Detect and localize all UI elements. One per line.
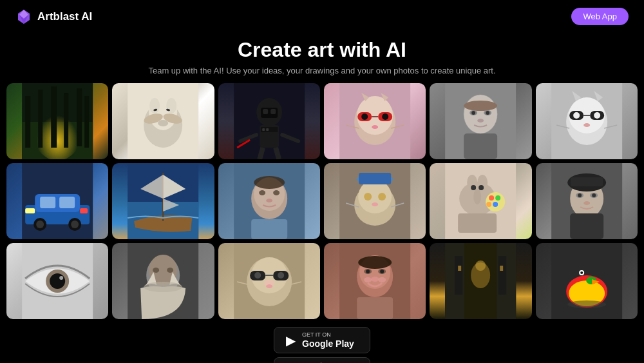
svg-point-94 xyxy=(259,190,265,195)
svg-rect-178 xyxy=(458,266,461,271)
svg-point-188 xyxy=(567,300,606,308)
svg-point-116 xyxy=(473,189,481,204)
gallery-item[interactable] xyxy=(218,243,320,319)
svg-point-59 xyxy=(477,119,484,123)
gallery-item[interactable] xyxy=(430,83,531,159)
svg-point-142 xyxy=(153,268,159,273)
svg-point-164 xyxy=(380,270,384,273)
google-play-icon: ▶ xyxy=(286,333,296,348)
svg-point-180 xyxy=(475,260,486,271)
svg-point-187 xyxy=(580,271,583,274)
svg-point-152 xyxy=(254,272,261,279)
svg-point-131 xyxy=(592,193,596,197)
svg-rect-98 xyxy=(251,219,287,239)
svg-rect-10 xyxy=(77,88,82,146)
svg-point-132 xyxy=(583,201,590,205)
gallery-item[interactable] xyxy=(6,163,108,239)
gallery-item[interactable] xyxy=(324,163,426,239)
svg-rect-105 xyxy=(359,173,391,184)
svg-point-101 xyxy=(358,180,392,213)
google-play-label: Google Play xyxy=(302,338,354,349)
logo-area: Artblast AI xyxy=(15,8,92,25)
svg-rect-31 xyxy=(262,128,265,131)
svg-point-71 xyxy=(583,123,590,127)
svg-rect-78 xyxy=(59,197,75,208)
svg-rect-77 xyxy=(40,197,55,208)
svg-rect-176 xyxy=(455,256,462,295)
svg-point-130 xyxy=(578,193,582,197)
svg-rect-28 xyxy=(270,109,276,114)
svg-point-165 xyxy=(371,277,379,282)
gallery-item[interactable] xyxy=(218,163,320,239)
svg-point-153 xyxy=(278,272,284,279)
svg-point-122 xyxy=(495,195,500,201)
svg-rect-83 xyxy=(25,208,35,213)
svg-point-124 xyxy=(486,202,491,207)
svg-point-16 xyxy=(166,98,176,113)
svg-point-106 xyxy=(364,193,372,201)
gallery-item[interactable] xyxy=(112,243,214,319)
svg-point-137 xyxy=(50,273,65,289)
gallery-item[interactable] xyxy=(324,83,426,159)
svg-point-138 xyxy=(59,276,63,280)
svg-point-69 xyxy=(573,112,580,119)
google-play-button[interactable]: ▶ GET IT ON Google Play xyxy=(274,327,370,353)
svg-point-48 xyxy=(372,125,378,129)
svg-point-97 xyxy=(254,176,285,189)
svg-line-36 xyxy=(276,148,279,159)
svg-rect-7 xyxy=(38,90,43,148)
svg-point-107 xyxy=(378,193,386,201)
svg-rect-127 xyxy=(570,213,603,239)
svg-point-96 xyxy=(266,199,272,202)
svg-point-57 xyxy=(471,111,475,115)
gallery-item[interactable] xyxy=(536,163,638,239)
svg-point-145 xyxy=(144,282,182,292)
svg-point-143 xyxy=(167,268,173,273)
svg-point-168 xyxy=(358,256,392,269)
svg-point-95 xyxy=(273,190,279,195)
svg-rect-11 xyxy=(84,96,89,148)
gallery-grid xyxy=(0,83,644,319)
gallery-item[interactable] xyxy=(536,243,638,319)
gallery-item[interactable] xyxy=(6,83,108,159)
svg-point-47 xyxy=(382,113,388,120)
svg-rect-8 xyxy=(51,86,57,148)
svg-point-60 xyxy=(464,101,497,111)
svg-point-58 xyxy=(486,111,489,115)
gallery-item[interactable] xyxy=(112,83,214,159)
svg-point-70 xyxy=(594,112,600,119)
logo-text: Artblast AI xyxy=(37,10,92,23)
svg-point-82 xyxy=(71,221,79,228)
svg-point-80 xyxy=(36,221,44,228)
svg-point-118 xyxy=(478,185,484,190)
svg-point-155 xyxy=(266,284,272,288)
web-browser-button[interactable]: 🌐 Use it on your Web Browser xyxy=(274,357,370,363)
gallery-item[interactable] xyxy=(430,243,531,319)
svg-point-121 xyxy=(489,195,494,201)
svg-rect-134 xyxy=(571,177,603,186)
google-play-sublabel: GET IT ON xyxy=(302,331,354,338)
svg-point-163 xyxy=(366,270,370,273)
svg-point-108 xyxy=(372,202,378,206)
gallery-item[interactable] xyxy=(324,243,426,319)
hero-subtitle: Team up with the AI! Use your ideas, you… xyxy=(0,66,644,75)
svg-point-117 xyxy=(471,185,476,190)
gallery-item[interactable] xyxy=(112,163,214,239)
gallery-item[interactable] xyxy=(218,83,320,159)
gallery-item[interactable] xyxy=(430,163,531,239)
svg-rect-27 xyxy=(263,109,268,114)
svg-rect-179 xyxy=(500,266,503,271)
gallery-item[interactable] xyxy=(536,83,638,159)
web-app-button[interactable]: Web App xyxy=(571,8,629,25)
svg-point-15 xyxy=(149,98,160,113)
svg-point-166 xyxy=(364,277,372,282)
svg-point-123 xyxy=(493,202,498,207)
svg-rect-169 xyxy=(357,297,393,319)
svg-rect-53 xyxy=(464,133,497,159)
header: Artblast AI Web App xyxy=(0,0,644,33)
svg-rect-32 xyxy=(266,128,269,131)
svg-rect-6 xyxy=(25,96,30,148)
hero-title: Create art with AI xyxy=(0,38,644,62)
gallery-item[interactable] xyxy=(6,243,108,319)
svg-rect-84 xyxy=(80,208,88,213)
